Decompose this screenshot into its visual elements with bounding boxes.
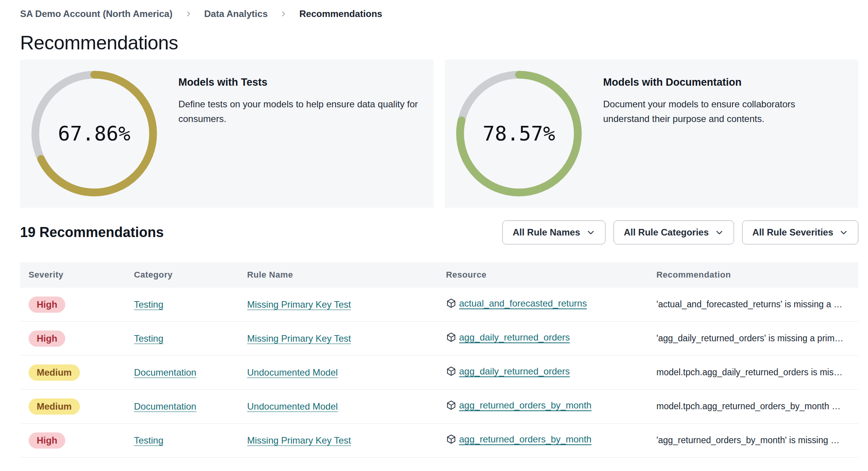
- resource-link[interactable]: agg_returned_orders_by_month: [459, 400, 592, 411]
- resource-link[interactable]: agg_daily_returned_orders: [459, 332, 570, 343]
- table-row: High Testing Missing Primary Key Test ag…: [20, 322, 858, 356]
- chevron-right-icon: [280, 10, 287, 17]
- column-header-rule-name: Rule Name: [239, 270, 437, 280]
- rule-name-link[interactable]: Missing Primary Key Test: [247, 435, 351, 446]
- table-row: High Testing Missing Primary Key Test ag…: [20, 424, 858, 457]
- recommendation-text: 'agg_returned_orders_by_month' is missin…: [648, 435, 858, 446]
- rule-name-link[interactable]: Missing Primary Key Test: [247, 333, 351, 344]
- column-header-recommendation: Recommendation: [648, 270, 858, 280]
- resource-link[interactable]: agg_returned_orders_by_month: [459, 434, 592, 445]
- category-link[interactable]: Testing: [134, 299, 163, 310]
- rule-name-link[interactable]: Missing Primary Key Test: [247, 299, 351, 310]
- chevron-down-icon: [715, 228, 724, 237]
- severity-badge: High: [29, 330, 65, 347]
- card-text-documentation: Models with Documentation Document your …: [593, 59, 858, 208]
- donut-value-label: 78.57%: [445, 59, 593, 208]
- card-description: Define tests on your models to help ensu…: [178, 97, 418, 126]
- page-title: Recommendations: [20, 32, 868, 53]
- card-title: Models with Tests: [178, 76, 418, 88]
- chevron-down-icon: [587, 228, 595, 237]
- severity-badge: Medium: [29, 398, 80, 415]
- filter-label: All Rule Categories: [624, 227, 709, 238]
- card-description: Document your models to ensure collabora…: [603, 97, 843, 126]
- donut-chart-documentation: 78.57%: [445, 59, 593, 208]
- table-row: Medium Documentation Undocumented Model …: [20, 390, 858, 424]
- chevron-down-icon: [839, 228, 848, 237]
- cube-icon: [446, 366, 456, 376]
- rule-name-link[interactable]: Undocumented Model: [247, 367, 338, 378]
- breadcrumb-item-account[interactable]: SA Demo Account (North America): [20, 8, 173, 19]
- cube-icon: [446, 434, 456, 444]
- recommendation-text: 'agg_daily_returned_orders' is missing a…: [648, 333, 858, 344]
- category-link[interactable]: Testing: [134, 435, 163, 446]
- filter-label: All Rule Severities: [753, 227, 833, 238]
- card-title: Models with Documentation: [603, 76, 843, 88]
- breadcrumb-item-current: Recommendations: [299, 8, 382, 19]
- recommendation-text: 'actual_and_forecasted_returns' is missi…: [648, 299, 858, 310]
- resource-link[interactable]: actual_and_forecasted_returns: [459, 298, 587, 309]
- column-header-category: Category: [125, 270, 239, 280]
- breadcrumb-item-project[interactable]: Data Analytics: [204, 8, 268, 19]
- cube-icon: [446, 332, 456, 342]
- recommendations-list-header: 19 Recommendations All Rule Names All Ru…: [20, 220, 858, 244]
- cube-icon: [446, 400, 456, 410]
- donut-chart-tests: 67.86%: [20, 59, 168, 208]
- table-header-row: Severity Category Rule Name Resource Rec…: [20, 262, 858, 288]
- cube-icon: [446, 298, 456, 308]
- chevron-right-icon: [185, 10, 192, 17]
- card-text-tests: Models with Tests Define tests on your m…: [168, 59, 434, 208]
- category-link[interactable]: Testing: [134, 333, 163, 344]
- filter-label: All Rule Names: [513, 227, 580, 238]
- rule-name-link[interactable]: Undocumented Model: [247, 401, 338, 412]
- category-link[interactable]: Documentation: [134, 401, 196, 412]
- table-body: High Testing Missing Primary Key Test ac…: [20, 288, 858, 457]
- column-header-severity: Severity: [20, 270, 125, 280]
- filter-rule-categories[interactable]: All Rule Categories: [614, 220, 734, 244]
- table-row: Medium Documentation Undocumented Model …: [20, 356, 858, 390]
- resource-link[interactable]: agg_daily_returned_orders: [459, 366, 570, 377]
- severity-badge: High: [29, 296, 65, 313]
- recommendations-table: Severity Category Rule Name Resource Rec…: [20, 262, 858, 457]
- recommendations-count-title: 19 Recommendations: [20, 224, 164, 241]
- recommendation-text: model.tpch.agg_returned_orders_by_month …: [648, 401, 858, 412]
- breadcrumb: SA Demo Account (North America) Data Ana…: [0, 0, 868, 19]
- column-header-resource: Resource: [437, 270, 648, 280]
- severity-badge: High: [29, 432, 65, 449]
- card-models-with-tests: 67.86% Models with Tests Define tests on…: [20, 59, 434, 208]
- category-link[interactable]: Documentation: [134, 367, 196, 378]
- filters: All Rule Names All Rule Categories All R…: [502, 220, 858, 244]
- table-row: High Testing Missing Primary Key Test ac…: [20, 288, 858, 322]
- filter-rule-names[interactable]: All Rule Names: [502, 220, 605, 244]
- card-models-with-documentation: 78.57% Models with Documentation Documen…: [445, 59, 858, 208]
- donut-value-label: 67.86%: [20, 59, 168, 208]
- severity-badge: Medium: [29, 364, 80, 381]
- recommendation-text: model.tpch.agg_daily_returned_orders is …: [648, 367, 858, 378]
- filter-rule-severities[interactable]: All Rule Severities: [742, 220, 858, 244]
- metric-cards: 67.86% Models with Tests Define tests on…: [20, 59, 858, 208]
